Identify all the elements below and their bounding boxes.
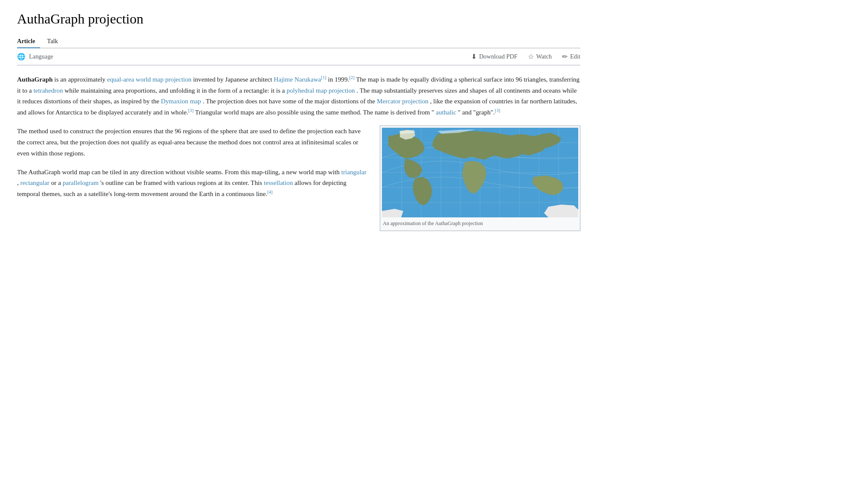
language-button[interactable]: 🌐 Language: [17, 53, 53, 61]
ref-2[interactable]: [2]: [349, 75, 354, 80]
page-title: AuthaGraph projection: [17, 10, 580, 28]
tab-article[interactable]: Article: [17, 35, 40, 48]
p1-text10: " and "graph".: [458, 108, 495, 116]
p1-text5: while maintaining area proportions, and …: [64, 87, 286, 94]
map-svg: [382, 128, 578, 217]
edit-icon: ✏: [562, 53, 568, 61]
toolbar-right-actions: ⬇ Download PDF ☆ Watch ✏ Edit: [471, 53, 580, 61]
link-mercator[interactable]: Mercator projection: [377, 97, 428, 105]
p1-text2: invented by Japanese architect: [193, 76, 274, 83]
link-triangular[interactable]: triangular: [341, 168, 367, 176]
authagraph-bold: AuthaGraph: [17, 76, 53, 83]
p1-text3: in 1999.: [328, 76, 350, 83]
p1-text1: is an approximately: [54, 76, 107, 83]
authagraph-map-image: [382, 128, 578, 217]
p1-text7: . The projection does not have some of t…: [203, 97, 377, 105]
p3-text3: or a: [51, 179, 63, 186]
download-label: Download PDF: [479, 53, 518, 60]
p3-text1: The AuthaGraph world map can be tiled in…: [17, 168, 341, 176]
tabs-bar: Article Talk: [17, 35, 580, 48]
watch-icon: ☆: [528, 53, 534, 61]
language-label: Language: [29, 53, 53, 60]
language-icon: 🌐: [17, 53, 26, 61]
p3-text4: 's outline can be framed with various re…: [100, 179, 264, 186]
link-polyhedral[interactable]: polyhedral map projection: [286, 87, 355, 94]
ref-4[interactable]: [4]: [267, 190, 272, 194]
link-parallelogram[interactable]: parallelogram: [63, 179, 99, 186]
ref-3b[interactable]: [3]: [495, 108, 500, 113]
link-rectangular[interactable]: rectangular: [20, 179, 50, 186]
download-pdf-button[interactable]: ⬇ Download PDF: [471, 53, 518, 61]
edit-button[interactable]: ✏ Edit: [562, 53, 580, 61]
edit-label: Edit: [570, 53, 580, 60]
link-tetrahedron[interactable]: tetrahedron: [33, 87, 63, 94]
toolbar: 🌐 Language ⬇ Download PDF ☆ Watch ✏ Edit: [17, 48, 580, 65]
link-dymaxion[interactable]: Dymaxion map: [161, 97, 201, 105]
link-authalic[interactable]: authalic: [436, 108, 456, 116]
tab-talk[interactable]: Talk: [47, 35, 63, 48]
ref-3[interactable]: [3]: [188, 108, 193, 113]
map-image-container: An approximation of the AuthaGraph proje…: [380, 126, 580, 231]
watch-button[interactable]: ☆ Watch: [528, 53, 552, 61]
download-icon: ⬇: [471, 53, 477, 61]
link-tessellation[interactable]: tessellation: [264, 179, 293, 186]
watch-label: Watch: [536, 53, 552, 60]
image-caption: An approximation of the AuthaGraph proje…: [382, 217, 578, 229]
article-content: AuthaGraph is an approximately equal-are…: [17, 74, 580, 238]
p3-text2: ,: [17, 179, 20, 186]
link-hajime[interactable]: Hajime Narukawa: [274, 76, 321, 83]
p1-text9: Triangular world maps are also possible …: [195, 108, 434, 116]
paragraph-1: AuthaGraph is an approximately equal-are…: [17, 74, 580, 118]
ref-1[interactable]: [1]: [321, 75, 326, 80]
link-equal-area[interactable]: equal-area world map projection: [107, 76, 192, 83]
